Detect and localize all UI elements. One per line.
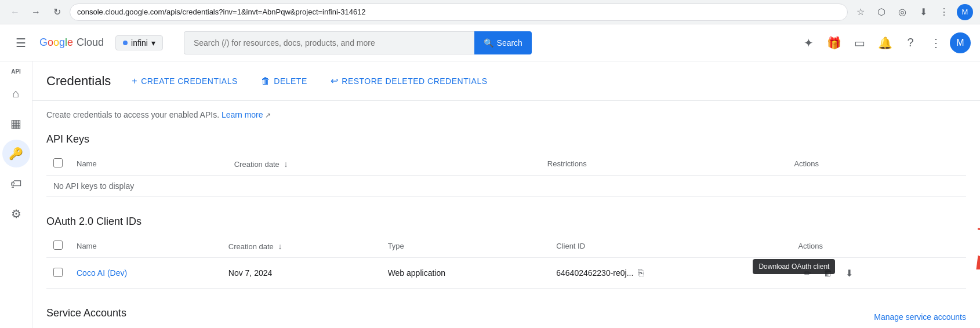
api-keys-checkbox-header — [46, 152, 70, 176]
restore-label: RESTORE DELETED CREDENTIALS — [342, 76, 487, 86]
oauth-table-header: Name Creation date ↓ Type Client ID Acti… — [46, 235, 966, 258]
oauth-sort-icon: ↓ — [278, 242, 282, 251]
service-accounts-section-header: Service Accounts Manage service accounts — [46, 307, 966, 326]
api-keys-table-header: Name Creation date ↓ Restrictions Action… — [46, 152, 966, 176]
help-icon[interactable]: ? — [899, 31, 922, 54]
create-credentials-label: CREATE CREDENTIALS — [141, 76, 238, 86]
download-oauth-button[interactable]: ⬇ — [840, 264, 858, 282]
delete-label: DELETE — [274, 76, 307, 86]
dashboard-icon: ▦ — [10, 116, 21, 130]
restore-credentials-button[interactable]: ↩ RESTORE DELETED CREDENTIALS — [324, 71, 495, 91]
api-keys-sort-icon: ↓ — [284, 159, 288, 169]
api-nav-label[interactable]: API — [8, 66, 24, 77]
app-layout: ☰ Google Cloud infini ▾ 🔍 Search ✦ 🎁 ▭ 🔔… — [0, 24, 980, 328]
search-input[interactable] — [184, 31, 474, 54]
google-cloud-logo[interactable]: Google Cloud — [39, 37, 104, 49]
reload-button[interactable]: ↻ — [49, 4, 65, 20]
api-keys-restrictions-header: Restrictions — [540, 152, 787, 176]
table-row: Coco AI (Dev) Nov 7, 2024 Web applicatio… — [46, 258, 966, 289]
url-text: console.cloud.google.com/apis/credential… — [77, 8, 366, 16]
oauth-row-actions-cell: ✏ 🗑 ⬇ Download OAuth client — [791, 258, 966, 289]
bookmark-icon[interactable]: ☆ — [852, 4, 869, 20]
more-options-icon[interactable]: ⋮ — [924, 31, 948, 54]
browser-chrome: ← → ↻ console.cloud.google.com/apis/cred… — [0, 0, 980, 24]
api-keys-actions-header: Actions — [787, 152, 966, 176]
oauth-section-title: OAuth 2.0 Client IDs — [46, 216, 966, 228]
delete-button[interactable]: 🗑 DELETE — [254, 71, 314, 91]
create-credentials-button[interactable]: + CREATE CREDENTIALS — [125, 71, 245, 91]
oauth-row-type-cell: Web application — [381, 258, 550, 289]
ai-button[interactable]: ✦ — [797, 31, 820, 54]
oauth-date-header: Creation date ↓ — [222, 235, 381, 258]
page-description: Create credentials to access your enable… — [46, 110, 966, 119]
main-content: Credentials + CREATE CREDENTIALS 🗑 DELET… — [32, 61, 980, 328]
left-nav: API ⌂ ▦ 🔑 🏷 ⚙ — [0, 61, 32, 328]
settings-icon: ⚙ — [11, 207, 21, 221]
nav-home-button[interactable]: ⌂ — [2, 79, 30, 107]
plus-icon: + — [132, 76, 137, 86]
learn-more-link[interactable]: Learn more — [222, 110, 263, 119]
notifications-icon[interactable]: 🔔 — [873, 31, 896, 54]
cloud-shell-icon[interactable]: ▭ — [848, 31, 871, 54]
api-keys-table: Name Creation date ↓ Restrictions Action… — [46, 152, 966, 197]
top-bar-right: ✦ 🎁 ▭ 🔔 ? ⋮ M — [797, 31, 971, 54]
project-dropdown-icon: ▾ — [151, 38, 155, 48]
oauth-client-name-link[interactable]: Coco AI (Dev) — [77, 268, 127, 278]
project-selector[interactable]: infini ▾ — [115, 35, 163, 50]
content-area: API ⌂ ▦ 🔑 🏷 ⚙ Credentials — [0, 61, 980, 328]
home-icon: ⌂ — [12, 87, 19, 100]
oauth-table: Name Creation date ↓ Type Client ID Acti… — [46, 235, 966, 289]
oauth-name-header: Name — [70, 235, 222, 258]
nav-settings-button[interactable]: ⚙ — [2, 200, 30, 228]
top-bar: ☰ Google Cloud infini ▾ 🔍 Search ✦ 🎁 ▭ 🔔… — [0, 24, 980, 61]
extensions-icon[interactable]: ⬡ — [873, 4, 890, 20]
download-icon[interactable]: ⬇ — [915, 4, 931, 20]
api-keys-section-title: API Keys — [46, 133, 966, 145]
oauth-actions-header: Actions — [791, 235, 966, 258]
api-keys-select-all-checkbox[interactable] — [53, 158, 63, 167]
service-accounts-section-title: Service Accounts — [46, 307, 126, 319]
api-keys-empty-row: No API keys to display — [46, 176, 966, 197]
description-text: Create credentials to access your enable… — [46, 110, 219, 119]
download-oauth-tooltip: Download OAuth client — [753, 259, 835, 274]
forward-button[interactable]: → — [28, 4, 44, 20]
back-button[interactable]: ← — [7, 4, 23, 20]
oauth-row-checkbox-cell — [46, 258, 70, 289]
search-button[interactable]: 🔍 Search — [474, 31, 532, 54]
api-keys-date-header: Creation date ↓ — [227, 152, 540, 176]
page-header: Credentials + CREATE CREDENTIALS 🗑 DELET… — [32, 61, 980, 101]
download-oauth-container: ⬇ Download OAuth client — [840, 264, 858, 282]
search-button-label: Search — [497, 38, 522, 48]
oauth-select-all-checkbox[interactable] — [53, 240, 63, 250]
menu-icon[interactable]: ⋮ — [936, 4, 952, 20]
nav-dashboard-button[interactable]: ▦ — [2, 110, 30, 137]
browser-actions: ☆ ⬡ ◎ ⬇ ⋮ M — [852, 4, 973, 20]
profile-icon[interactable]: ◎ — [894, 4, 910, 20]
nav-credentials-button[interactable]: 🔑 — [2, 140, 30, 167]
user-avatar[interactable]: M — [950, 32, 971, 53]
oauth-row-actions: ✏ 🗑 ⬇ Download OAuth client — [798, 264, 959, 282]
gift-icon[interactable]: 🎁 — [822, 31, 845, 54]
oauth-row-type: Web application — [388, 268, 445, 278]
key-icon: 🔑 — [9, 147, 23, 161]
oauth-row-date: Nov 7, 2024 — [228, 268, 273, 278]
search-icon: 🔍 — [484, 38, 493, 48]
header-actions: + CREATE CREDENTIALS 🗑 DELETE ↩ RESTORE … — [125, 71, 494, 91]
address-bar[interactable]: console.cloud.google.com/apis/credential… — [70, 3, 848, 21]
oauth-row-checkbox[interactable] — [53, 268, 63, 277]
trash-icon: 🗑 — [261, 76, 271, 86]
manage-service-accounts-link[interactable]: Manage service accounts — [874, 312, 966, 322]
search-bar-container: 🔍 Search — [184, 31, 532, 54]
oauth-row-date-cell: Nov 7, 2024 — [222, 258, 381, 289]
restore-icon: ↩ — [331, 75, 339, 86]
copy-client-id-button[interactable]: ⎘ — [637, 267, 645, 279]
oauth-checkbox-header — [46, 235, 70, 258]
oauth-type-header: Type — [381, 235, 550, 258]
hamburger-button[interactable]: ☰ — [9, 31, 32, 54]
tag-icon: 🏷 — [10, 177, 22, 191]
browser-avatar[interactable]: M — [957, 4, 973, 20]
external-link-icon: ↗ — [265, 111, 271, 119]
project-dot — [123, 41, 128, 45]
api-keys-empty-message: No API keys to display — [46, 176, 966, 197]
nav-tag-button[interactable]: 🏷 — [2, 170, 30, 198]
